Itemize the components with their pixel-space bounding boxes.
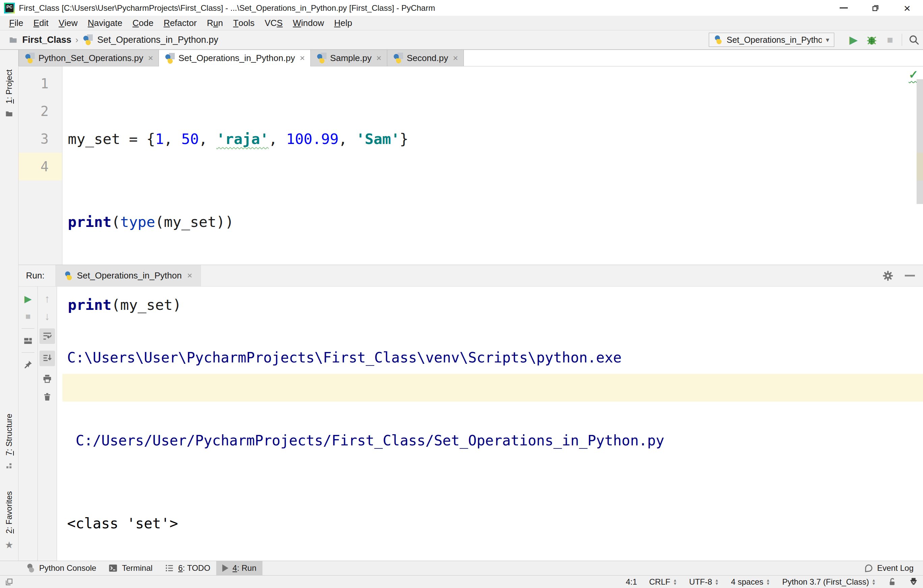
structure-icon <box>5 462 13 470</box>
run-tool-window-button[interactable]: 4: Run <box>216 561 263 575</box>
python-icon <box>714 35 723 44</box>
indent-widget[interactable]: 4 spaces ▲▼ <box>731 577 770 586</box>
menu-refactor[interactable]: Refactor <box>159 16 202 30</box>
code-line-2[interactable]: print(type(my_set)) <box>62 208 923 236</box>
up-arrow-icon[interactable]: ↑ <box>44 293 50 304</box>
tool-window-bar: Python Console Terminal 6: TODO 4: Run E… <box>0 561 923 575</box>
python-console-button[interactable]: Python Console <box>20 561 102 575</box>
close-icon: × <box>904 2 910 14</box>
run-button[interactable]: ▶ <box>844 30 862 49</box>
title-bar: PC First_Class [C:\Users\User\PycharmPro… <box>0 0 923 16</box>
run-icon: ▶ <box>849 33 858 46</box>
event-log-icon <box>864 563 873 573</box>
close-icon[interactable]: × <box>376 53 381 63</box>
tab-sample[interactable]: Sample.py × <box>311 50 387 66</box>
scroll-to-end-icon <box>42 353 52 364</box>
editor-tab-bar: Python_Set_Operations.py × Set_Operation… <box>18 50 923 66</box>
project-folder-icon <box>5 110 13 118</box>
sidebar-item-favorites[interactable]: 2: Favorites <box>4 491 14 533</box>
stop-icon: ■ <box>887 34 893 46</box>
menu-navigate[interactable]: Navigate <box>83 16 128 30</box>
rerun-icon[interactable]: ▶ <box>24 293 32 305</box>
stop-icon[interactable]: ■ <box>25 311 31 322</box>
search-everywhere-button[interactable] <box>905 30 923 49</box>
code-area[interactable]: my_set = {1, 50, 'raja', 100.99, 'Sam'} … <box>62 66 923 265</box>
tool-window-stripe: 1: Project 7: Structure 2: Favorites ★ <box>0 50 18 561</box>
menu-window[interactable]: Window <box>288 16 329 30</box>
restore-layout-icon[interactable] <box>23 336 33 346</box>
restore-icon <box>871 3 880 13</box>
run-config-select[interactable]: Set_Operations_in_Python ▾ <box>709 33 834 47</box>
sidebar-item-structure[interactable]: 7: Structure <box>4 414 14 455</box>
todo-button[interactable]: 6: TODO <box>159 561 216 575</box>
toolwindow-quick-access[interactable] <box>5 578 13 586</box>
code-line-4-caret-line[interactable] <box>62 374 923 401</box>
close-button[interactable]: × <box>891 0 923 16</box>
menu-tools[interactable]: Tools <box>228 16 260 30</box>
editor-scrollbar[interactable] <box>916 79 923 204</box>
tab-python-set-operations[interactable]: Python_Set_Operations.py × <box>18 50 159 66</box>
debug-button[interactable] <box>862 30 881 49</box>
console-line: <class 'set'> <box>67 510 923 537</box>
encoding-widget[interactable]: UTF-8 ▲▼ <box>689 577 719 586</box>
tab-label: Sample.py <box>330 53 372 63</box>
spinner-icon: ▲▼ <box>766 578 770 585</box>
terminal-button[interactable]: Terminal <box>102 561 159 575</box>
editor-column: Python_Set_Operations.py × Set_Operation… <box>18 50 923 561</box>
clear-console-button[interactable] <box>39 391 55 403</box>
pin-icon[interactable] <box>23 359 33 370</box>
line-number: 1 <box>18 70 62 97</box>
line-number: 2 <box>18 97 62 125</box>
folder-icon <box>8 35 18 44</box>
chevron-right-icon: › <box>76 35 79 45</box>
chevron-down-icon: ▾ <box>826 36 829 44</box>
menu-vcs[interactable]: VCS <box>259 16 287 30</box>
tab-second[interactable]: Second.py × <box>387 50 464 66</box>
code-line-1[interactable]: my_set = {1, 50, 'raja', 100.99, 'Sam'} <box>62 125 923 153</box>
menu-edit[interactable]: Edit <box>28 16 54 30</box>
close-icon[interactable]: × <box>453 53 458 63</box>
minimize-button[interactable] <box>828 0 860 16</box>
readonly-toggle[interactable] <box>888 578 897 586</box>
run-panel-tab[interactable]: Set_Operations_in_Python × <box>55 265 201 286</box>
menu-help[interactable]: Help <box>329 16 357 30</box>
close-icon[interactable]: × <box>300 53 305 63</box>
caret-position[interactable]: 4:1 <box>626 577 637 586</box>
event-log-button[interactable]: Event Log <box>857 561 920 575</box>
quick-access-icon <box>5 578 13 586</box>
close-icon[interactable]: × <box>148 53 153 63</box>
print-button[interactable] <box>39 373 55 384</box>
tab-set-operations-in-python[interactable]: Set_Operations_in_Python.py × <box>159 50 311 66</box>
code-line-3[interactable]: print(my_set) <box>62 291 923 319</box>
menu-view[interactable]: View <box>54 16 83 30</box>
soft-wrap-icon <box>42 331 52 341</box>
sidebar-item-project[interactable]: 1: Project <box>4 69 14 103</box>
soft-wrap-toggle[interactable] <box>39 328 55 344</box>
tab-label: Python_Set_Operations.py <box>38 53 143 63</box>
menu-code[interactable]: Code <box>128 16 159 30</box>
scrollbar-caret-mark <box>916 153 923 180</box>
hide-panel-icon[interactable] <box>905 275 915 277</box>
stop-button[interactable]: ■ <box>881 30 899 49</box>
inspector-face-icon <box>909 577 918 586</box>
menu-run[interactable]: Run <box>202 16 228 30</box>
restore-button[interactable] <box>860 0 891 16</box>
minimize-icon <box>840 7 848 8</box>
breadcrumb-project[interactable]: First_Class <box>22 35 72 45</box>
todo-list-icon <box>164 563 174 573</box>
menu-file[interactable]: File <box>4 16 28 30</box>
close-icon[interactable]: × <box>187 270 192 281</box>
gear-icon[interactable] <box>882 270 893 281</box>
scroll-to-end-toggle[interactable] <box>39 351 55 366</box>
python-file-icon <box>393 52 404 63</box>
interpreter-widget[interactable]: Python 3.7 (First_Class) ▲▼ <box>782 577 876 586</box>
code-editor[interactable]: 1 2 3 4 my_set = {1, 50, 'raja', 100.99,… <box>18 66 923 265</box>
inspections-widget[interactable] <box>909 577 918 586</box>
editor-gutter[interactable]: 1 2 3 4 <box>18 66 62 265</box>
unlock-icon <box>888 578 897 586</box>
line-separator-widget[interactable]: CRLF ▲▼ <box>649 577 677 586</box>
spinner-icon: ▲▼ <box>715 578 719 585</box>
down-arrow-icon[interactable]: ↓ <box>44 311 50 322</box>
window-controls: × <box>828 0 923 16</box>
breadcrumb-file[interactable]: Set_Operations_in_Python.py <box>97 35 218 45</box>
